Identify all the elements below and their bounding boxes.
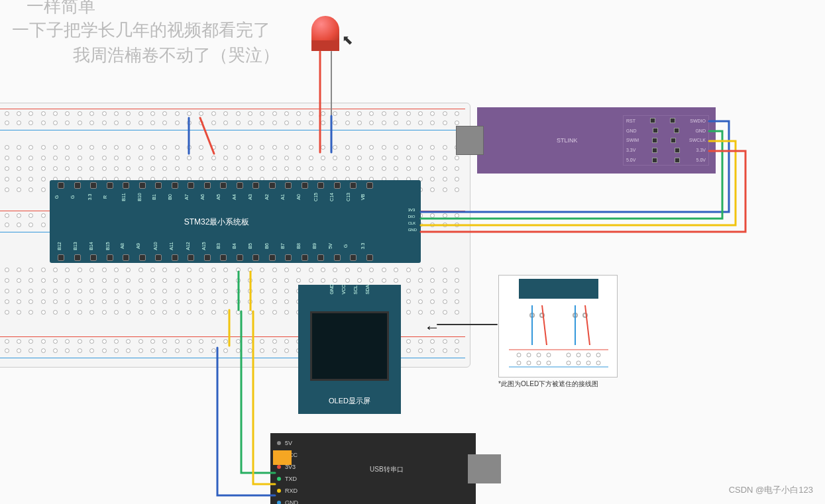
- mouse-cursor-icon: ⬉: [342, 32, 353, 48]
- usb-plug-icon: [468, 454, 501, 483]
- stm32-bot-pins: [53, 254, 378, 261]
- svg-point-21: [547, 361, 551, 365]
- svg-point-20: [537, 361, 541, 365]
- stm32-top-pins: [53, 182, 378, 189]
- rail-holes: [1, 121, 463, 125]
- svg-point-19: [527, 361, 531, 365]
- svg-point-17: [596, 353, 600, 357]
- led-dome-icon: [311, 16, 339, 44]
- stlink-pin-header: RSTSWDIOGNDGNDSWIMSWCLK3.3V3.3V5.0V5.0V: [623, 115, 709, 166]
- svg-point-16: [586, 353, 590, 357]
- oled-module: GNDVCCSCLSDA OLED显示屏: [298, 285, 401, 414]
- oled-detail-inset: [498, 275, 618, 378]
- svg-point-25: [596, 361, 600, 365]
- oled-detail-board: [519, 279, 598, 299]
- usbserial-pins: 5VVCC3V3TXDRXDGND: [277, 437, 298, 504]
- svg-point-18: [517, 361, 521, 365]
- rail-holes: [1, 111, 463, 116]
- stm32-swd-pins: 3V3DIOCLKGND: [408, 207, 417, 233]
- overlay-line2: 一下子把学长几年的视频都看完了: [12, 19, 270, 42]
- stm32-title: STM32最小系统板: [184, 216, 250, 227]
- oled-detail-caption: *此图为OLED下方被遮住的接线图: [498, 379, 598, 389]
- usbserial-title: USB转串口: [370, 465, 404, 474]
- svg-point-10: [517, 353, 521, 357]
- watermark: CSDN @电子小白123: [729, 484, 813, 496]
- svg-point-24: [586, 361, 590, 365]
- svg-line-5: [542, 305, 547, 345]
- oled-pins: GNDVCCSCLSDA: [328, 289, 370, 293]
- usb-serial-module: USB转串口 5VVCC3V3TXDRXDGND: [270, 433, 476, 504]
- svg-point-14: [567, 353, 571, 357]
- stm32-board: STM32最小系统板 3V3DIOCLKGND GG3.3RB11B10B1B0…: [50, 180, 421, 263]
- svg-point-11: [527, 353, 531, 357]
- svg-point-22: [567, 361, 571, 365]
- svg-point-13: [547, 353, 551, 357]
- stlink-usb-plug-icon: [456, 126, 484, 155]
- svg-point-15: [577, 353, 580, 357]
- overlay-line1: 一样简单: [27, 0, 95, 18]
- oled-screen: [310, 311, 389, 381]
- stlink-title: STLINK: [557, 137, 578, 144]
- overlay-line3: 我周浩楠卷不动了（哭泣）: [73, 44, 280, 67]
- wire-usb-gnd: [217, 348, 275, 495]
- arrow-left-icon: ←: [424, 318, 440, 336]
- jumper-block-icon: [273, 450, 292, 465]
- oled-title: OLED显示屏: [298, 396, 401, 406]
- svg-point-12: [537, 353, 541, 357]
- stlink-module: STLINK RSTSWDIOGNDGNDSWIMSWCLK3.3V3.3V5.…: [477, 107, 716, 174]
- svg-point-23: [577, 361, 580, 365]
- svg-line-7: [585, 305, 590, 345]
- led-component: [311, 16, 339, 52]
